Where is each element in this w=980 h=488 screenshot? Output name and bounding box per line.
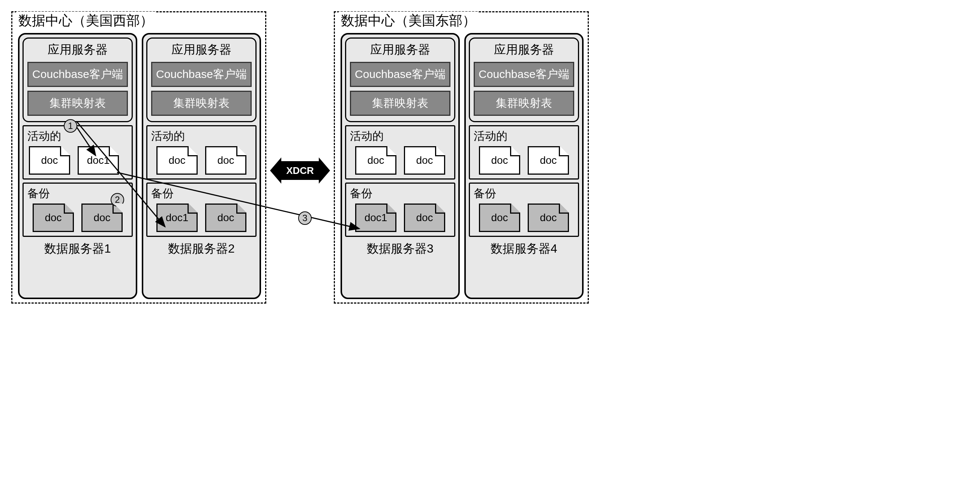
data-server-3: 应用服务器 Couchbase客户端 集群映射表 活动的 doc doc 备份 … (340, 33, 460, 299)
app-server-title: 应用服务器 (474, 41, 574, 58)
dc-east-title: 数据中心（美国东部） (339, 12, 478, 30)
server-label: 数据服务器4 (466, 241, 582, 257)
couchbase-client: Couchbase客户端 (27, 62, 128, 87)
doc-icon: doc (479, 203, 520, 232)
step-badge-1: 1 (64, 119, 77, 133)
xdcr-arrow-icon: XDCR (270, 157, 330, 184)
datacenter-east: 数据中心（美国东部） 应用服务器 Couchbase客户端 集群映射表 活动的 … (334, 11, 589, 304)
doc-icon: doc (81, 203, 123, 232)
doc-icon: doc1 (355, 203, 396, 232)
app-server-block: 应用服务器 Couchbase客户端 集群映射表 (345, 38, 455, 122)
server-label: 数据服务器3 (342, 241, 458, 257)
datacenter-west: 数据中心（美国西部） 应用服务器 Couchbase客户端 集群映射表 活动的 … (11, 11, 266, 304)
doc-icon: doc (404, 203, 445, 232)
cluster-map: 集群映射表 (151, 91, 251, 116)
doc-icon: doc (205, 203, 247, 232)
app-server-title: 应用服务器 (350, 41, 450, 58)
replica-section: 备份 doc doc (22, 182, 133, 237)
active-label: 活动的 (151, 128, 251, 144)
active-label: 活动的 (474, 128, 574, 144)
cluster-map: 集群映射表 (27, 91, 128, 116)
step-badge-3: 3 (298, 211, 312, 225)
cluster-map: 集群映射表 (350, 91, 450, 116)
app-server-title: 应用服务器 (27, 41, 128, 58)
active-label: 活动的 (27, 128, 128, 144)
doc-icon: doc (404, 146, 445, 175)
server-label: 数据服务器1 (19, 241, 136, 257)
couchbase-client: Couchbase客户端 (350, 62, 450, 87)
dc-west-title: 数据中心（美国西部） (16, 12, 156, 30)
doc-icon: doc (29, 146, 70, 175)
data-server-4: 应用服务器 Couchbase客户端 集群映射表 活动的 doc doc 备份 … (464, 33, 584, 299)
couchbase-client: Couchbase客户端 (474, 62, 574, 87)
active-section: 活动的 doc doc (345, 125, 455, 179)
doc-icon: doc (479, 146, 520, 175)
xdcr-label: XDCR (281, 161, 319, 180)
replica-section: 备份 doc doc (469, 182, 579, 237)
active-section: 活动的 doc doc (469, 125, 579, 179)
server-label: 数据服务器2 (143, 241, 259, 257)
replica-label: 备份 (350, 186, 450, 201)
active-label: 活动的 (350, 128, 450, 144)
doc-icon: doc (33, 203, 74, 232)
doc-icon: doc (528, 203, 569, 232)
cluster-map: 集群映射表 (474, 91, 574, 116)
app-server-block: 应用服务器 Couchbase客户端 集群映射表 (146, 38, 256, 122)
replica-section: 备份 doc1 doc (345, 182, 455, 237)
doc-icon: doc (205, 146, 247, 175)
app-server-title: 应用服务器 (151, 41, 251, 58)
replica-label: 备份 (474, 186, 574, 201)
data-server-2: 应用服务器 Couchbase客户端 集群映射表 活动的 doc doc 备份 … (142, 33, 261, 299)
active-section: 活动的 doc doc (146, 125, 256, 179)
data-server-1: 应用服务器 Couchbase客户端 集群映射表 活动的 doc doc1 备份… (18, 33, 137, 299)
active-section: 活动的 doc doc1 (22, 125, 133, 179)
app-server-block: 应用服务器 Couchbase客户端 集群映射表 (469, 38, 579, 122)
app-server-block: 应用服务器 Couchbase客户端 集群映射表 (22, 38, 133, 122)
doc-icon: doc1 (78, 146, 119, 175)
replica-label: 备份 (151, 186, 251, 201)
doc-icon: doc1 (156, 203, 198, 232)
diagram-canvas: 数据中心（美国西部） 应用服务器 Couchbase客户端 集群映射表 活动的 … (8, 8, 980, 488)
doc-icon: doc (355, 146, 396, 175)
doc-icon: doc (156, 146, 198, 175)
replica-section: 备份 doc1 doc (146, 182, 256, 237)
couchbase-client: Couchbase客户端 (151, 62, 251, 87)
doc-icon: doc (528, 146, 569, 175)
